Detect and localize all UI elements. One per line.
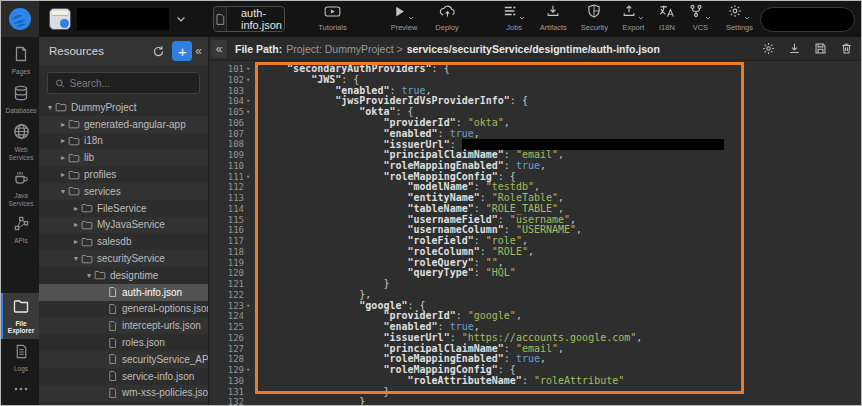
tree-item-label: general-options.json: [122, 303, 208, 314]
code-text: }: [255, 397, 365, 405]
tutorials-button[interactable]: Tutorials: [311, 1, 353, 37]
sidebar-item-web-services[interactable]: Web Services: [1, 118, 39, 165]
download-icon: [788, 42, 801, 55]
vcs-button[interactable]: VCS: [682, 1, 719, 37]
tree-item-auth-info-json[interactable]: auth-info.json: [39, 284, 208, 301]
resources-panel: Resources + « ▾DummyProject▸generated-an…: [39, 37, 209, 405]
tree-item-label: securityService: [97, 253, 165, 264]
chevron-collapsed-icon[interactable]: ▸: [71, 220, 81, 229]
app-logo[interactable]: [1, 1, 39, 37]
add-resource-button[interactable]: +: [172, 41, 192, 61]
settings-icon: [728, 4, 742, 22]
file-explorer-icon: [13, 298, 29, 318]
chevron-expanded-icon[interactable]: ▾: [71, 254, 81, 263]
chevron-expanded-icon[interactable]: ▾: [58, 187, 68, 196]
sidebar-item-apis[interactable]: APIs: [1, 211, 39, 249]
tree-item-label: MyJavaService: [97, 219, 165, 230]
i18n-button[interactable]: I18N: [652, 1, 682, 37]
fold-marker-icon[interactable]: ▾: [244, 365, 252, 376]
settings-button[interactable]: Settings: [719, 1, 760, 37]
code-line-107[interactable]: 107 "enabled": true,: [209, 129, 861, 140]
chevron-down-icon[interactable]: [518, 14, 526, 22]
project-selector[interactable]: [49, 8, 187, 30]
line-number: 130: [209, 376, 255, 387]
chevron-collapsed-icon[interactable]: ▸: [58, 170, 68, 179]
fold-marker-icon[interactable]: ▾: [244, 172, 252, 183]
code-line-132[interactable]: 132 }: [209, 397, 861, 405]
chevron-down-icon[interactable]: [175, 13, 187, 25]
tree-item-label: DummyProject: [71, 102, 137, 113]
chevron-collapsed-icon[interactable]: ▸: [71, 204, 81, 213]
download-file-button[interactable]: [788, 42, 801, 55]
refresh-icon[interactable]: [148, 41, 168, 61]
chevron-expanded-icon[interactable]: ▾: [45, 103, 55, 112]
search-input[interactable]: [70, 78, 192, 89]
sidebar-item-pages[interactable]: Pages: [1, 41, 39, 80]
sidebar-item-more[interactable]: [1, 376, 39, 405]
delete-file-button[interactable]: [840, 42, 853, 55]
tree-item-profiles[interactable]: ▸profiles: [39, 166, 208, 183]
artifacts-icon: [546, 4, 560, 22]
fold-marker-icon[interactable]: ▾: [244, 301, 252, 312]
sidebar-item-databases[interactable]: Databases: [1, 80, 39, 119]
chevron-down-icon[interactable]: [743, 14, 751, 22]
tree-item-label: FileService: [97, 203, 146, 214]
fold-marker-icon[interactable]: ▾: [244, 107, 252, 118]
chevron-down-icon[interactable]: [407, 14, 415, 22]
chevron-down-icon[interactable]: [637, 14, 645, 22]
chevron-collapsed-icon[interactable]: ▸: [58, 153, 68, 162]
fold-marker-icon[interactable]: ▾: [244, 75, 252, 86]
chevron-expanded-icon[interactable]: ▾: [84, 271, 94, 280]
tree-item-generated-angular-app[interactable]: ▸generated-angular-app: [39, 116, 208, 133]
collapse-sidebar-icon[interactable]: «: [211, 40, 227, 58]
sidebar-item-logs[interactable]: Logs: [1, 339, 39, 377]
tree-item-general-options-json[interactable]: general-options.json: [39, 301, 208, 318]
folder-icon: [68, 185, 84, 197]
tree-item-securityservice[interactable]: ▾securityService: [39, 250, 208, 267]
tree-item-i18n[interactable]: ▸i18n: [39, 133, 208, 150]
deploy-icon: [439, 4, 456, 22]
sidebar-item-java-services[interactable]: Java Services: [1, 165, 39, 211]
tree-item-designtime[interactable]: ▾designtime: [39, 267, 208, 284]
chevron-collapsed-icon[interactable]: ▸: [58, 136, 68, 145]
resources-title: Resources: [49, 45, 148, 57]
artifacts-button[interactable]: Artifacts: [533, 1, 574, 37]
tree-item-lib[interactable]: ▸lib: [39, 149, 208, 166]
chevron-collapsed-icon[interactable]: ▸: [58, 120, 68, 129]
pages-icon: [13, 46, 29, 66]
tree-item-service-info-json[interactable]: service-info.json: [39, 368, 208, 385]
file-settings-button[interactable]: [762, 42, 775, 55]
folder-icon: [68, 169, 84, 181]
tree-item-salesdb[interactable]: ▸salesdb: [39, 233, 208, 250]
sidebar-item-file-explorer[interactable]: File Explorer: [1, 293, 39, 339]
tree-item-roles-json[interactable]: roles.json: [39, 334, 208, 351]
tree-item-label: service-info.json: [122, 371, 194, 382]
gear-icon: [762, 42, 775, 55]
export-button[interactable]: Export: [615, 1, 652, 37]
fold-marker-icon[interactable]: ▾: [244, 64, 252, 75]
tree-item-fileservice[interactable]: ▸FileService: [39, 200, 208, 217]
logs-icon: [14, 344, 29, 363]
preview-button[interactable]: Preview: [384, 1, 425, 37]
tree-item-services[interactable]: ▾services: [39, 183, 208, 200]
search-box[interactable]: [47, 72, 200, 94]
fold-marker-icon[interactable]: ▾: [244, 96, 252, 107]
chevron-down-icon[interactable]: [704, 14, 712, 22]
chevron-collapsed-icon[interactable]: ▸: [71, 237, 81, 246]
tree-item-myjavaservice[interactable]: ▸MyJavaService: [39, 217, 208, 234]
top-bar: auth-info.json TutorialsPreviewDeployJob…: [1, 1, 861, 37]
project-avatar: [49, 8, 71, 30]
tree-item-wm-xss-policies-json[interactable]: wm-xss-policies.json: [39, 385, 208, 402]
line-number: 111▾: [209, 172, 255, 183]
code-editor[interactable]: 101▾ "secondaryAuthProviders": {102▾ "JW…: [209, 61, 861, 405]
tree-item-intercept-urls-json[interactable]: intercept-urls.json: [39, 317, 208, 334]
security-button[interactable]: Security: [574, 1, 615, 37]
collapse-panel-icon[interactable]: «: [195, 44, 202, 58]
open-file-tab[interactable]: auth-info.json: [213, 6, 285, 32]
save-file-button[interactable]: [814, 42, 827, 55]
jobs-button[interactable]: Jobs: [496, 1, 533, 37]
deploy-button[interactable]: Deploy: [428, 1, 465, 37]
tree-item-securityservice-api-json[interactable]: securityService_API.json: [39, 351, 208, 368]
tree-item-label: lib: [84, 152, 94, 163]
tree-item-dummyproject[interactable]: ▾DummyProject: [39, 99, 208, 116]
